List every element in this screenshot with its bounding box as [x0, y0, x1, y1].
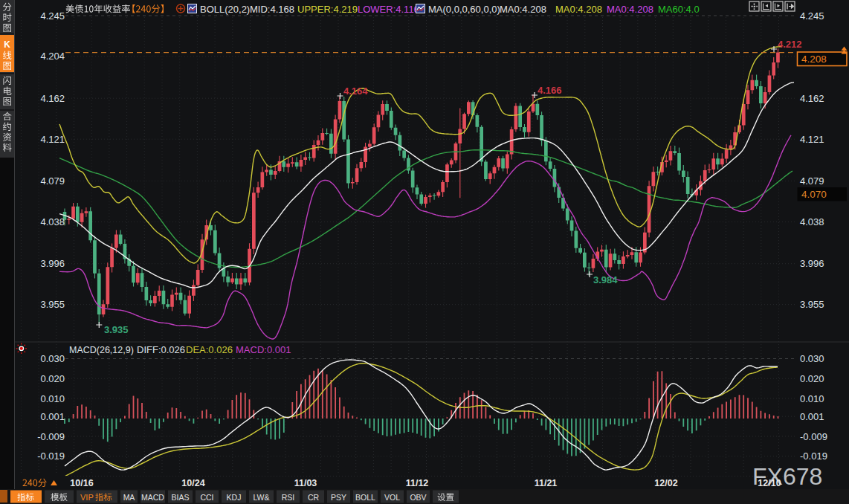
svg-text:BIAS: BIAS	[172, 493, 190, 502]
svg-text:12/02: 12/02	[654, 478, 677, 488]
svg-text:0.030: 0.030	[800, 353, 824, 364]
svg-text:MA0:4.208: MA0:4.208	[607, 4, 653, 15]
svg-text:3.996: 3.996	[800, 258, 824, 269]
svg-text:UPPER:4.219: UPPER:4.219	[297, 4, 358, 15]
svg-text:4.166: 4.166	[538, 85, 562, 96]
svg-text:MA60:4.0: MA60:4.0	[658, 4, 700, 15]
svg-text:DIFF:0.026: DIFF:0.026	[137, 344, 185, 355]
svg-text:4.212: 4.212	[778, 39, 802, 50]
svg-text:MID:4.168: MID:4.168	[250, 4, 294, 15]
svg-text:K: K	[4, 39, 10, 50]
svg-text:11/21: 11/21	[535, 478, 558, 488]
svg-text:3.996: 3.996	[40, 258, 65, 269]
svg-text:4.121: 4.121	[800, 134, 824, 145]
svg-text:11/12: 11/12	[406, 478, 429, 488]
svg-text:11/03: 11/03	[294, 478, 317, 488]
svg-text:3.984: 3.984	[593, 274, 618, 285]
svg-text:PSY: PSY	[331, 493, 346, 502]
svg-text:4.208: 4.208	[801, 54, 827, 65]
svg-text:BOLL: BOLL	[355, 493, 375, 502]
svg-text:0.001: 0.001	[40, 411, 65, 422]
svg-text:CCI: CCI	[200, 493, 213, 502]
svg-text:12/10: 12/10	[758, 478, 781, 488]
svg-text:4.245: 4.245	[800, 10, 824, 22]
svg-text:MA(0,0,0,60,0,0): MA(0,0,0,60,0,0)	[428, 4, 500, 15]
svg-text:MACD: MACD	[141, 493, 164, 502]
svg-text:MA0:4.208: MA0:4.208	[555, 4, 602, 15]
svg-text:4.164: 4.164	[343, 85, 368, 97]
svg-text:4.162: 4.162	[40, 93, 65, 104]
svg-text:LOWER:4.116: LOWER:4.116	[358, 4, 419, 15]
svg-text:MACD:0.001: MACD:0.001	[236, 344, 291, 355]
svg-text:VIP: VIP	[80, 493, 94, 502]
svg-text:4.121: 4.121	[40, 134, 65, 145]
svg-text:0.020: 0.020	[40, 373, 65, 384]
svg-text:4.070: 4.070	[801, 189, 827, 200]
svg-text:MA: MA	[123, 493, 135, 502]
svg-text:-0.019: -0.019	[800, 450, 827, 462]
svg-text:OBV: OBV	[410, 493, 426, 502]
svg-text:4.038: 4.038	[40, 216, 65, 227]
svg-text:VOL: VOL	[384, 493, 400, 502]
svg-text:4.162: 4.162	[800, 93, 824, 104]
svg-text:4.245: 4.245	[40, 10, 65, 22]
svg-text:3.955: 3.955	[40, 299, 65, 310]
svg-text:MA0:4.208: MA0:4.208	[500, 4, 546, 15]
svg-text:3.935: 3.935	[104, 324, 129, 335]
svg-text:4.204: 4.204	[40, 51, 65, 62]
svg-text:4.079: 4.079	[40, 175, 65, 187]
svg-text:DEA:0.026: DEA:0.026	[186, 344, 233, 355]
svg-text:-0.009: -0.009	[800, 431, 827, 442]
svg-text:MACD(26,12,9): MACD(26,12,9)	[69, 345, 134, 355]
svg-text:3.955: 3.955	[800, 299, 824, 310]
svg-text:LW&: LW&	[254, 493, 270, 502]
svg-text:KDJ: KDJ	[227, 493, 242, 502]
svg-text:-0.019: -0.019	[37, 450, 65, 462]
svg-text:-0.009: -0.009	[37, 431, 65, 442]
svg-text:BOLL(20,2): BOLL(20,2)	[200, 4, 250, 15]
svg-text:4.079: 4.079	[800, 175, 824, 187]
svg-text:10/16: 10/16	[70, 478, 93, 488]
svg-text:10/24: 10/24	[181, 478, 204, 488]
svg-text:0.020: 0.020	[800, 373, 824, 384]
svg-text:CR: CR	[308, 493, 320, 502]
svg-text:4.038: 4.038	[800, 216, 824, 227]
svg-text:0.030: 0.030	[40, 353, 65, 364]
svg-text:0.010: 0.010	[40, 393, 65, 404]
svg-text:RSI: RSI	[282, 493, 295, 502]
svg-text:0.010: 0.010	[800, 393, 824, 404]
svg-text:0.001: 0.001	[800, 411, 824, 422]
